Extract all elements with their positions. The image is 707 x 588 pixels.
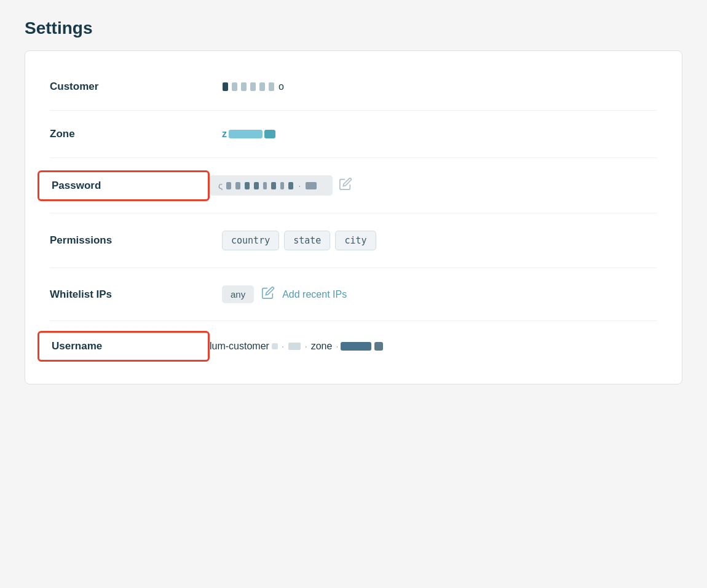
pwd-redact xyxy=(254,182,259,189)
password-box: ς · xyxy=(210,175,333,196)
pwd-separator: · xyxy=(298,180,301,191)
settings-card: Customer ο Zone z xyxy=(25,50,682,384)
redacted-char xyxy=(259,82,265,91)
password-label: Password xyxy=(38,170,210,201)
pwd-redact xyxy=(245,182,250,189)
username-redact-2 xyxy=(288,343,301,350)
username-separator-2: · xyxy=(305,341,307,351)
customer-row: Customer ο xyxy=(50,63,657,111)
zone-redacted: z xyxy=(222,129,275,140)
redacted-char xyxy=(232,82,237,91)
pwd-redact xyxy=(226,182,231,189)
customer-suffix: ο xyxy=(278,81,284,92)
pwd-redact xyxy=(271,182,276,189)
permission-tags: country state city xyxy=(222,231,376,250)
zone-block-1 xyxy=(229,130,263,138)
page-title: Settings xyxy=(25,18,682,38)
whitelist-value-container: any Add recent IPs xyxy=(222,285,347,303)
zone-value-container: z xyxy=(222,129,275,140)
permission-tag-country: country xyxy=(222,231,279,250)
redacted-char xyxy=(241,82,247,91)
username-zone-label: zone xyxy=(311,341,333,352)
permissions-value-container: country state city xyxy=(222,231,376,250)
redacted-char xyxy=(269,82,274,91)
pwd-redact xyxy=(263,182,267,189)
any-tag: any xyxy=(222,285,254,303)
whitelist-row: Whitelist IPs any Add recent IPs xyxy=(50,268,657,321)
username-label: Username xyxy=(38,331,210,362)
permissions-row: Permissions country state city xyxy=(50,213,657,268)
pwd-redact xyxy=(280,182,284,189)
password-row: Password ς · xyxy=(50,158,657,213)
username-prefix: lum-customer xyxy=(210,341,269,352)
password-first-char: ς xyxy=(218,180,223,191)
username-zone-redact-2 xyxy=(374,342,383,351)
whitelist-edit-icon[interactable] xyxy=(261,286,275,303)
add-recent-ips-button[interactable]: Add recent IPs xyxy=(282,289,347,300)
redacted-char xyxy=(250,82,256,91)
pencil-blue-svg xyxy=(261,286,275,300)
username-redact-1 xyxy=(272,343,278,349)
password-value-container: ς · xyxy=(210,175,352,196)
zone-row: Zone z xyxy=(50,111,657,158)
username-separator: · xyxy=(282,341,284,351)
username-display: lum-customer · · zone · xyxy=(210,341,384,352)
zone-z-letter: z xyxy=(222,129,227,140)
username-zone-redact xyxy=(341,342,371,351)
pwd-redact xyxy=(288,182,293,189)
customer-redacted: ο xyxy=(222,81,284,92)
zone-block-2 xyxy=(264,130,275,138)
username-row: Username lum-customer · · zone · xyxy=(50,321,657,371)
pwd-redact xyxy=(235,182,240,189)
whitelist-value: any Add recent IPs xyxy=(222,285,347,303)
pwd-redact xyxy=(306,182,317,189)
password-edit-icon[interactable] xyxy=(339,177,352,194)
username-value-container: lum-customer · · zone · xyxy=(210,341,384,352)
pencil-svg xyxy=(339,177,352,191)
customer-value: ο xyxy=(222,81,284,92)
redacted-char xyxy=(223,82,228,91)
permission-tag-state: state xyxy=(284,231,330,250)
whitelist-label: Whitelist IPs xyxy=(50,288,222,301)
permission-tag-city: city xyxy=(335,231,376,250)
zone-label: Zone xyxy=(50,128,222,140)
username-zone-sep: · xyxy=(336,341,338,351)
permissions-label: Permissions xyxy=(50,234,222,247)
page-container: Settings Customer ο Zone xyxy=(0,0,707,403)
customer-label: Customer xyxy=(50,81,222,93)
